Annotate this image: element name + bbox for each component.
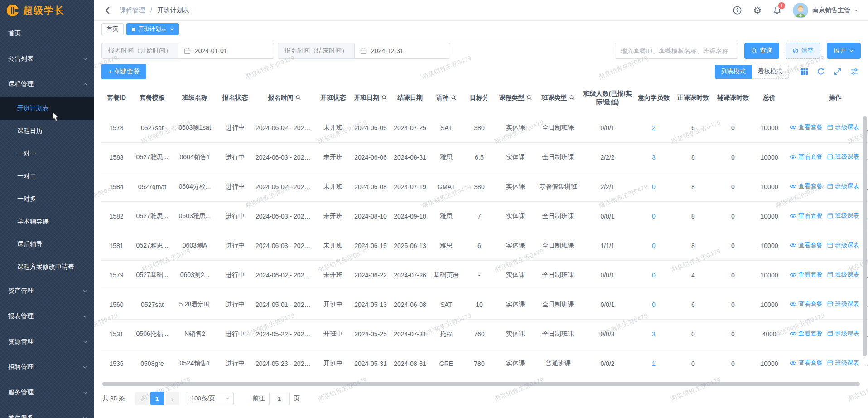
class-schedule-link[interactable]: 班级课表 bbox=[827, 359, 859, 367]
sidebar-item[interactable]: 资产管理 bbox=[0, 278, 94, 304]
search-icon[interactable] bbox=[381, 95, 387, 101]
intent-students-link[interactable]: 0 bbox=[634, 260, 673, 290]
sidebar-item[interactable]: 一对二 bbox=[0, 165, 94, 188]
vertical-scrollbar[interactable] bbox=[863, 116, 867, 356]
tab-active-dot bbox=[132, 28, 135, 31]
table-cell: 2024-08-31 bbox=[391, 142, 429, 172]
class-schedule-link[interactable]: 班级课表 bbox=[827, 241, 859, 249]
sidebar-item[interactable]: 报表管理 bbox=[0, 304, 94, 329]
tab-close-icon[interactable]: × bbox=[170, 26, 174, 32]
table-cell: 0604分校... bbox=[173, 172, 217, 201]
sidebar-item[interactable]: 课程管理 bbox=[0, 72, 94, 97]
view-package-link[interactable]: 查看套餐 bbox=[790, 241, 823, 249]
table-cell: 实体课 bbox=[496, 231, 535, 260]
table-cell: 未开班 bbox=[315, 231, 351, 260]
sidebar-item[interactable]: 招聘管理 bbox=[0, 355, 94, 380]
sidebar-item[interactable]: 一对一 bbox=[0, 142, 94, 165]
page-size-select[interactable]: 100条/页 bbox=[187, 392, 234, 405]
sidebar-item[interactable]: 课程方案修改申请表 bbox=[0, 256, 94, 278]
eye-icon bbox=[790, 331, 796, 336]
tabs-bar: 首页 开班计划表 × bbox=[94, 21, 868, 37]
intent-students-link[interactable]: 0 bbox=[634, 231, 673, 260]
chevron-up-icon bbox=[82, 82, 88, 87]
table-cell: 0 bbox=[713, 260, 753, 290]
notifications-bell-icon[interactable]: 1 bbox=[772, 5, 782, 15]
view-package-link[interactable]: 查看套餐 bbox=[790, 153, 823, 161]
table-cell: 进行中 bbox=[217, 349, 254, 378]
intent-students-link[interactable]: 0 bbox=[634, 290, 673, 319]
view-package-link[interactable]: 查看套餐 bbox=[790, 182, 823, 190]
tab-class-plan[interactable]: 开班计划表 × bbox=[126, 23, 179, 35]
create-package-button[interactable]: + 创建套餐 bbox=[101, 64, 146, 79]
sidebar-item[interactable]: 服务管理 bbox=[0, 380, 94, 405]
table-cell: 0527雅思... bbox=[131, 201, 173, 231]
view-package-link[interactable]: 查看套餐 bbox=[790, 300, 823, 308]
refresh-icon[interactable] bbox=[817, 68, 825, 76]
view-package-link[interactable]: 查看套餐 bbox=[790, 123, 823, 131]
settings-gear-icon[interactable]: ⚙ bbox=[753, 5, 762, 15]
class-schedule-link[interactable]: 班级课表 bbox=[827, 123, 859, 131]
tab-home[interactable]: 首页 bbox=[101, 23, 124, 35]
sidebar-item[interactable]: 课程日历 bbox=[0, 120, 94, 142]
calendar-icon bbox=[827, 272, 833, 277]
sidebar-item-label: 课程日历 bbox=[17, 127, 43, 135]
class-schedule-link[interactable]: 班级课表 bbox=[827, 300, 859, 308]
sidebar-item[interactable]: 课后辅导 bbox=[0, 233, 94, 256]
table-cell: 6.5 bbox=[463, 142, 496, 172]
intent-students-link[interactable]: 0 bbox=[634, 172, 673, 201]
intent-students-link[interactable]: 3 bbox=[634, 142, 673, 172]
board-mode-button[interactable]: 看板模式 bbox=[752, 65, 789, 79]
table-cell: 10000 bbox=[753, 260, 786, 290]
class-schedule-link[interactable]: 班级课表 bbox=[827, 212, 859, 220]
clear-button[interactable]: 清空 bbox=[786, 43, 820, 59]
page-number-1[interactable]: 1 bbox=[150, 392, 164, 405]
search-icon[interactable] bbox=[526, 95, 532, 101]
sidebar-item[interactable]: 公告列表 bbox=[0, 46, 94, 72]
prev-page-button[interactable]: ‹ bbox=[135, 392, 149, 405]
help-icon[interactable]: ? bbox=[733, 5, 742, 15]
start-date-input[interactable]: 2024-01-01 bbox=[178, 43, 274, 59]
query-button[interactable]: 查询 bbox=[744, 43, 779, 59]
view-package-link[interactable]: 查看套餐 bbox=[790, 271, 823, 279]
intent-students-link[interactable]: 3 bbox=[634, 319, 673, 349]
expand-button[interactable]: 展开 bbox=[827, 43, 861, 59]
goto-page-input[interactable] bbox=[269, 392, 290, 405]
class-schedule-link[interactable]: 班级课表 bbox=[827, 153, 859, 161]
column-header: 班级人数(已报/实际/最低) bbox=[581, 84, 634, 113]
sidebar-item[interactable]: 学术辅导课 bbox=[0, 210, 94, 233]
sidebar-item[interactable]: 一对多 bbox=[0, 188, 94, 210]
column-header-label: 报名状态 bbox=[222, 93, 248, 102]
user-menu[interactable]: 南京销售主管 bbox=[793, 3, 858, 18]
class-schedule-link[interactable]: 班级课表 bbox=[827, 182, 859, 190]
intent-students-link[interactable]: 1 bbox=[634, 349, 673, 378]
column-settings-icon[interactable] bbox=[850, 68, 859, 76]
view-package-link[interactable]: 查看套餐 bbox=[790, 359, 823, 367]
sidebar-item[interactable]: 首页 bbox=[0, 21, 94, 46]
sidebar-item[interactable]: 资源管理 bbox=[0, 329, 94, 355]
next-page-button[interactable]: › bbox=[166, 392, 179, 405]
class-schedule-link[interactable]: 班级课表 bbox=[827, 330, 859, 338]
calendar-icon bbox=[360, 48, 367, 54]
table-cell: 进行中 bbox=[217, 260, 254, 290]
horizontal-scrollbar[interactable] bbox=[102, 382, 860, 386]
breadcrumb-parent[interactable]: 课程管理 bbox=[120, 6, 145, 14]
intent-students-link[interactable]: 0 bbox=[634, 201, 673, 231]
grid-view-icon[interactable] bbox=[800, 68, 808, 76]
fullscreen-icon[interactable] bbox=[834, 68, 842, 76]
end-date-input[interactable]: 2024-12-31 bbox=[354, 43, 450, 59]
class-schedule-link[interactable]: 班级课表 bbox=[827, 271, 859, 279]
table-cell: 未开班 bbox=[315, 201, 351, 231]
search-icon[interactable] bbox=[451, 95, 457, 101]
view-package-link[interactable]: 查看套餐 bbox=[790, 212, 823, 220]
eye-icon bbox=[790, 213, 796, 219]
search-input[interactable] bbox=[615, 43, 738, 59]
list-mode-button[interactable]: 列表模式 bbox=[715, 65, 752, 79]
search-icon[interactable] bbox=[295, 95, 301, 101]
back-button[interactable] bbox=[103, 6, 112, 15]
table-cell: SAT bbox=[429, 290, 463, 319]
sidebar-item[interactable]: 学生服务 bbox=[0, 405, 94, 418]
search-icon[interactable] bbox=[569, 95, 575, 101]
sidebar-item-active[interactable]: 开班计划表 bbox=[0, 97, 94, 120]
view-package-link[interactable]: 查看套餐 bbox=[790, 330, 823, 338]
intent-students-link[interactable]: 2 bbox=[634, 113, 673, 142]
